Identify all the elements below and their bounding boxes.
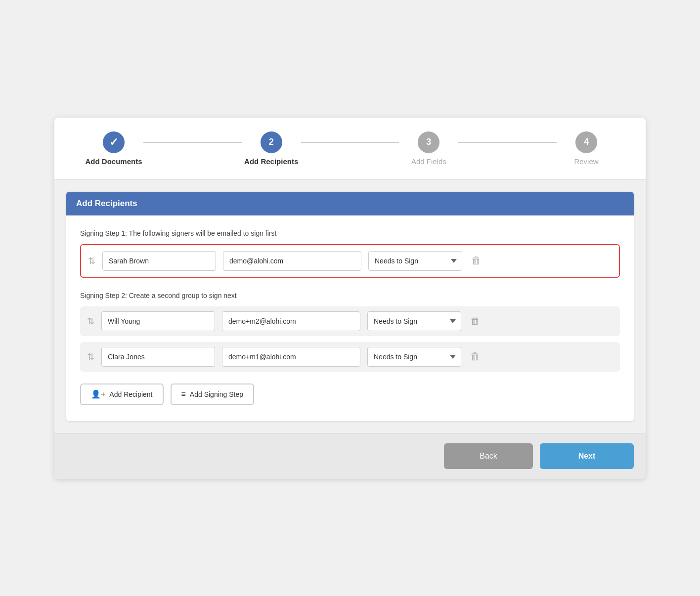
- step-line-2: [301, 142, 399, 143]
- signing-step-2-label: Signing Step 2: Create a second group to…: [80, 292, 620, 299]
- back-button[interactable]: Back: [444, 443, 533, 469]
- main-container: ✓ Add Documents 2 Add Recipients 3 Add F…: [54, 118, 646, 479]
- recipient-email-input-3[interactable]: [222, 347, 360, 367]
- delete-recipient-3[interactable]: 🗑: [468, 349, 482, 364]
- add-recipient-button[interactable]: 👤+ Add Recipient: [80, 383, 164, 405]
- step-number-2: 2: [269, 137, 274, 147]
- add-recipients-card: Add Recipients Signing Step 1: The follo…: [66, 192, 634, 421]
- step-add-fields: 3 Add Fields: [399, 131, 458, 166]
- stepper: ✓ Add Documents 2 Add Recipients 3 Add F…: [54, 118, 646, 180]
- step-line-3: [458, 142, 557, 143]
- recipient-name-input-1[interactable]: [102, 251, 216, 271]
- recipient-email-input-1[interactable]: [223, 251, 361, 271]
- step-circle-3: 3: [418, 131, 439, 153]
- step-label-2: Add Recipients: [244, 157, 298, 166]
- step-circle-1: ✓: [103, 131, 125, 153]
- step-label-4: Review: [574, 157, 598, 166]
- card-header: Add Recipients: [66, 192, 634, 215]
- recipient-name-input-3[interactable]: [101, 347, 215, 367]
- signing-step-1-label: Signing Step 1: The following signers wi…: [80, 229, 620, 237]
- delete-recipient-2[interactable]: 🗑: [468, 313, 482, 329]
- step-line-1: [143, 142, 242, 143]
- recipient-row-inner-1: ⇅ Needs to Sign Receives a Copy In Perso…: [81, 245, 619, 277]
- step-add-recipients: 2 Add Recipients: [242, 131, 301, 166]
- footer: Back Next: [54, 433, 646, 479]
- recipient-row-will-young: ⇅ Needs to Sign Receives a Copy In Perso…: [80, 306, 620, 336]
- delete-recipient-1[interactable]: 🗑: [469, 253, 483, 268]
- sort-icon-1[interactable]: ⇅: [88, 255, 95, 266]
- signing-step-1-section: Signing Step 1: The following signers wi…: [80, 229, 620, 278]
- recipient-role-select-3[interactable]: Needs to Sign Receives a Copy In Person …: [367, 347, 461, 367]
- step-circle-4: 4: [575, 131, 597, 153]
- recipient-role-select-2[interactable]: Needs to Sign Receives a Copy In Person …: [367, 311, 461, 331]
- check-icon: ✓: [109, 136, 118, 149]
- add-recipient-label: Add Recipient: [109, 390, 152, 398]
- step-number-3: 3: [426, 137, 431, 147]
- add-signing-step-button[interactable]: ≡ Add Signing Step: [171, 383, 255, 405]
- add-buttons-row: 👤+ Add Recipient ≡ Add Signing Step: [80, 383, 620, 405]
- recipient-email-input-2[interactable]: [222, 311, 360, 331]
- add-recipient-icon: 👤+: [91, 389, 105, 399]
- card-body: Signing Step 1: The following signers wi…: [66, 215, 634, 421]
- add-signing-step-icon: ≡: [181, 390, 186, 399]
- recipient-row-inner-2: ⇅ Needs to Sign Receives a Copy In Perso…: [87, 311, 613, 331]
- recipient-name-input-2[interactable]: [101, 311, 215, 331]
- step-add-documents: ✓ Add Documents: [84, 131, 143, 166]
- content-area: Add Recipients Signing Step 1: The follo…: [54, 180, 646, 421]
- recipient-row-inner-3: ⇅ Needs to Sign Receives a Copy In Perso…: [87, 347, 613, 367]
- next-button[interactable]: Next: [540, 443, 634, 469]
- recipient-row-highlighted: ⇅ Needs to Sign Receives a Copy In Perso…: [80, 244, 620, 278]
- add-signing-step-label: Add Signing Step: [190, 390, 243, 398]
- recipient-role-select-1[interactable]: Needs to Sign Receives a Copy In Person …: [368, 251, 462, 271]
- step-review: 4 Review: [557, 131, 616, 166]
- recipient-row-clara-jones: ⇅ Needs to Sign Receives a Copy In Perso…: [80, 342, 620, 372]
- step-number-4: 4: [584, 137, 589, 147]
- step-label-1: Add Documents: [85, 157, 142, 166]
- sort-icon-2[interactable]: ⇅: [87, 316, 94, 327]
- step-circle-2: 2: [261, 131, 282, 153]
- signing-step-2-section: Signing Step 2: Create a second group to…: [80, 292, 620, 372]
- step-label-3: Add Fields: [411, 157, 446, 166]
- sort-icon-3[interactable]: ⇅: [87, 351, 94, 362]
